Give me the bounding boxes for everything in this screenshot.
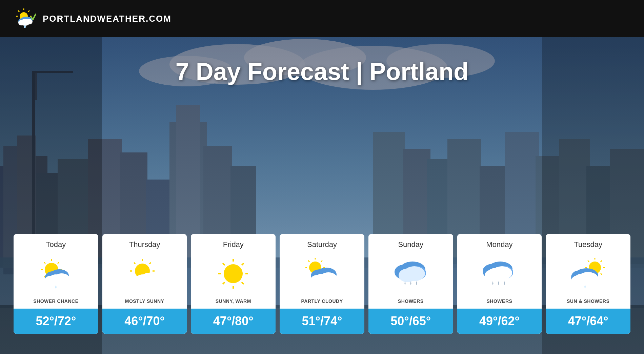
temps-thursday: 46°/70° — [102, 309, 187, 334]
svg-line-73 — [149, 263, 151, 264]
condition-today: SHOWER CHANCE — [31, 295, 81, 309]
svg-line-94 — [321, 261, 322, 262]
forecast-cards-row: Today — [14, 234, 630, 334]
weather-icon-saturday — [302, 255, 342, 292]
svg-point-13 — [18, 20, 25, 25]
svg-line-6 — [28, 11, 29, 12]
forecast-card-tuesday: Tuesday — [546, 234, 630, 334]
svg-line-85 — [242, 263, 244, 265]
condition-tuesday: SUN & SHOWERS — [564, 295, 612, 309]
weather-icon-today — [36, 255, 76, 292]
forecast-card-friday: Friday SUNNY, — [191, 234, 276, 334]
svg-line-119 — [601, 273, 602, 275]
svg-line-86 — [223, 282, 225, 284]
condition-friday: SUNNY, WARM — [213, 295, 254, 309]
site-logo — [14, 7, 37, 30]
temps-saturday: 51°/74° — [280, 309, 364, 334]
svg-point-14 — [24, 25, 26, 28]
svg-line-58 — [44, 262, 45, 264]
day-label-friday: Friday — [191, 234, 276, 252]
svg-line-5 — [18, 11, 19, 12]
day-label-monday: Monday — [457, 234, 542, 252]
hero-section: 7 Day Forecast | Portland Today — [0, 37, 644, 354]
temps-monday: 49°/62° — [457, 309, 542, 334]
svg-point-110 — [485, 270, 497, 281]
forecast-card-today: Today — [14, 234, 98, 334]
temps-today: 52°/72° — [14, 309, 98, 334]
weather-icon-thursday — [124, 255, 165, 292]
weather-icon-friday — [213, 255, 254, 292]
svg-line-59 — [58, 262, 59, 264]
temps-tuesday: 47°/64° — [546, 309, 630, 334]
condition-monday: SHOWERS — [484, 295, 515, 309]
svg-point-66 — [45, 276, 57, 285]
svg-point-124 — [571, 275, 584, 286]
condition-thursday: MOSTLY SUNNY — [122, 295, 167, 309]
day-label-tuesday: Tuesday — [546, 234, 630, 252]
forecast-headline: 7 Day Forecast | Portland — [176, 58, 468, 85]
forecast-card-monday: Monday SHOWERS 49°/62° — [457, 234, 542, 334]
logo-area: PORTLANDWEATHER.COM — [14, 7, 172, 30]
temps-friday: 47°/80° — [191, 309, 276, 334]
day-label-thursday: Thursday — [102, 234, 187, 252]
condition-sunday: SHOWERS — [395, 295, 426, 309]
svg-line-93 — [308, 261, 309, 262]
temps-sunday: 50°/65° — [368, 309, 453, 334]
day-label-saturday: Saturday — [280, 234, 364, 252]
forecast-card-thursday: Thursday — [102, 234, 187, 334]
svg-line-84 — [223, 263, 225, 265]
weather-icon-tuesday — [568, 255, 608, 292]
weather-icon-monday — [479, 255, 520, 292]
forecast-card-sunday: Sunday SHOWERS 50°/65° — [368, 234, 453, 334]
svg-point-79 — [224, 264, 243, 283]
svg-line-87 — [242, 282, 244, 284]
weather-icon-sunday — [390, 255, 431, 292]
svg-line-117 — [601, 261, 602, 262]
svg-line-116 — [588, 261, 589, 262]
day-label-sunday: Sunday — [368, 234, 453, 252]
svg-point-104 — [399, 269, 416, 282]
site-header: PORTLANDWEATHER.COM — [0, 0, 644, 37]
svg-point-99 — [310, 275, 324, 286]
svg-point-78 — [132, 276, 144, 286]
condition-saturday: PARTLY CLOUDY — [299, 295, 346, 309]
day-label-today: Today — [14, 234, 98, 252]
svg-line-72 — [134, 263, 135, 264]
site-name-text: PORTLANDWEATHER.COM — [43, 14, 172, 24]
forecast-card-saturday: Saturday — [280, 234, 364, 334]
